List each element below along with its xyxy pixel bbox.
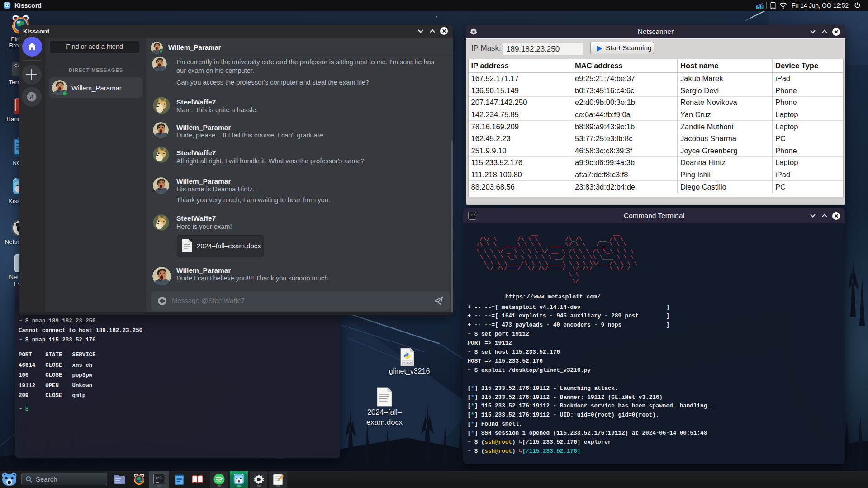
svg-text:PYTHON: PYTHON <box>403 361 413 364</box>
